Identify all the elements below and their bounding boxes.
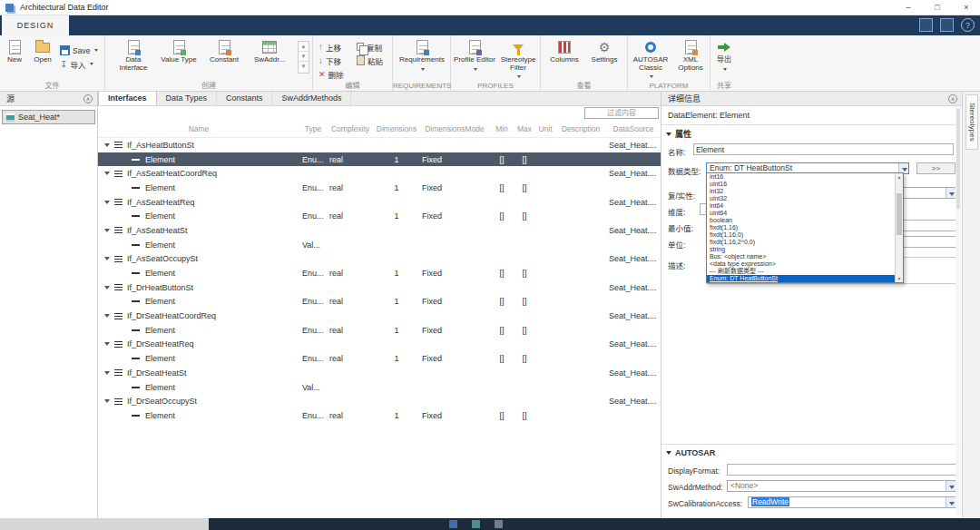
element-row[interactable]: ElementEnu...real1Fixed[][] — [98, 152, 661, 167]
copy-button[interactable]: 复制 — [357, 40, 391, 54]
expand-chevron-icon[interactable] — [104, 342, 110, 346]
delete-button[interactable]: ✕ 删除 — [318, 67, 353, 81]
tab-data-types[interactable]: Data Types — [157, 92, 217, 105]
scrollbar-thumb[interactable] — [956, 109, 960, 209]
element-row[interactable]: ElementVal... — [98, 380, 661, 395]
column-header-unit[interactable]: Unit — [535, 124, 555, 133]
combo-arrow-icon[interactable] — [946, 481, 956, 491]
new-button[interactable]: New — [2, 38, 27, 64]
taskbar-icon[interactable] — [449, 520, 457, 528]
interface-row[interactable]: If_AsSeatOccupyStSeat_Heat.... — [98, 252, 661, 267]
save-button[interactable]: Save — [60, 44, 103, 57]
help-icon[interactable]: ? — [961, 18, 975, 32]
datatype-option[interactable]: Enum: DT HeatButtonSt — [707, 275, 895, 282]
combo-arrow-icon[interactable] — [946, 188, 956, 198]
datatype-option[interactable]: int16 — [707, 173, 895, 181]
source-item-seat-heat[interactable]: Seat_Heat* — [2, 110, 95, 124]
gallery-up-icon[interactable]: ▲ — [299, 42, 309, 52]
element-row[interactable]: ElementEnu...real1Fixed[][] — [98, 209, 661, 223]
details-scrollbar[interactable] — [956, 107, 961, 515]
element-row[interactable]: ElementEnu...real1Fixed[][] — [98, 323, 661, 338]
expand-chevron-icon[interactable] — [104, 371, 110, 375]
column-header-name[interactable]: Name — [98, 124, 299, 133]
gallery-down-icon[interactable]: ▼ — [299, 52, 309, 62]
dropdown-scrollbar[interactable]: ▲ ▼ — [895, 173, 903, 282]
constant-button[interactable]: Constant — [203, 38, 245, 64]
move-up-button[interactable]: ↑ 上移 — [318, 40, 353, 54]
expand-chevron-icon[interactable] — [104, 399, 110, 403]
layout-icon[interactable] — [919, 18, 933, 32]
autosar-classic-button[interactable]: AUTOSAR Classic — [631, 38, 671, 81]
expand-chevron-icon[interactable] — [104, 229, 110, 232]
datatype-option[interactable]: fixdt(1,16) — [707, 224, 895, 231]
column-header-description[interactable]: Description — [555, 124, 606, 133]
close-button[interactable]: × — [953, 0, 980, 15]
data-interface-button[interactable]: Data Interface — [113, 38, 154, 72]
expand-chevron-icon[interactable] — [104, 172, 110, 175]
move-down-button[interactable]: ↓ 下移 — [318, 54, 353, 67]
interface-row[interactable]: If_DrSeatHeatStSeat_Heat.... — [98, 366, 661, 380]
scrollbar-thumb[interactable] — [897, 193, 902, 235]
datatype-more-button[interactable]: >> — [916, 162, 956, 174]
tab-stereotypes[interactable]: Stereotypes — [965, 94, 978, 150]
import-button[interactable]: ↧ 导入 — [60, 57, 103, 71]
columns-button[interactable]: Columns — [546, 38, 583, 64]
column-header-min[interactable]: Min — [490, 124, 514, 133]
swaddrmethod-combo[interactable]: <None> — [727, 480, 956, 492]
open-button[interactable]: Open — [29, 38, 56, 64]
datatype-option[interactable]: int64 — [707, 202, 895, 210]
element-row[interactable]: ElementEnu...real1Fixed[][] — [98, 408, 661, 423]
combo-arrow-icon[interactable] — [946, 497, 956, 507]
stereotype-filter-button[interactable]: Stereotype Filter — [497, 38, 539, 81]
element-row[interactable]: ElementEnu...real1Fixed[][] — [98, 295, 661, 309]
gallery-expand-icon[interactable]: ▼ — [299, 62, 309, 72]
tab-swaddrmethods[interactable]: SwAddrMethods — [272, 92, 351, 105]
column-header-dimensions[interactable]: Dimensions — [374, 124, 419, 133]
datatype-option[interactable]: uint32 — [707, 195, 895, 202]
datatype-option[interactable]: string — [707, 246, 895, 253]
tab-design[interactable]: DESIGN — [2, 15, 69, 35]
datatype-option[interactable]: int32 — [707, 188, 895, 195]
expand-chevron-icon[interactable] — [104, 286, 110, 290]
interface-row[interactable]: If_AsSeatHeatReqSeat_Heat.... — [98, 195, 661, 210]
xml-options-button[interactable]: XML Options — [672, 38, 709, 72]
collapse-panel-icon[interactable]: ∧ — [83, 94, 93, 103]
interface-row[interactable]: If_AsSeatHeatCoordReqSeat_Heat.... — [98, 166, 661, 181]
name-input[interactable] — [693, 143, 954, 155]
value-type-button[interactable]: Value Type — [158, 38, 200, 64]
autosar-section-header[interactable]: AUTOSAR — [666, 448, 715, 457]
display-format-input[interactable] — [727, 464, 956, 476]
collapse-panel-icon[interactable]: ∧ — [948, 94, 957, 103]
swcalibrationaccess-combo[interactable]: ReadWrite — [748, 496, 956, 508]
scroll-up-icon[interactable]: ▲ — [896, 173, 903, 181]
column-header-datasource[interactable]: DataSource — [606, 124, 661, 133]
element-row[interactable]: ElementEnu...real1Fixed[][] — [98, 266, 661, 280]
interface-row[interactable]: If_AsSeatHeatStSeat_Heat.... — [98, 223, 661, 238]
scroll-down-icon[interactable]: ▼ — [896, 275, 903, 282]
column-header-complexity[interactable]: Complexity — [327, 124, 374, 133]
column-header-max[interactable]: Max — [514, 124, 535, 133]
element-row[interactable]: ElementEnu...real1Fixed[][] — [98, 181, 661, 195]
panes-icon[interactable] — [940, 18, 954, 32]
interface-row[interactable]: If_DrHeatButtonStSeat_Heat.... — [98, 280, 661, 295]
datatype-option[interactable]: Bus: <object name> — [707, 253, 895, 260]
interface-row[interactable]: If_AsHeatButtonStSeat_Heat.... — [98, 138, 661, 152]
interface-row[interactable]: If_DrSeatHeatCoordReqSeat_Heat.... — [98, 309, 661, 323]
swaddr-button[interactable]: SwAddr... — [249, 38, 290, 64]
expand-chevron-icon[interactable] — [104, 201, 110, 204]
tab-interfaces[interactable]: Interfaces — [98, 92, 157, 105]
expand-chevron-icon[interactable] — [104, 143, 110, 147]
datatype-option[interactable]: uint64 — [707, 210, 895, 217]
element-row[interactable]: ElementEnu...real1Fixed[][] — [98, 351, 661, 366]
filter-input[interactable] — [584, 107, 659, 119]
datatype-option[interactable]: fixdt(1,16,2^0,0) — [707, 239, 895, 246]
paste-button[interactable]: 粘贴 — [357, 54, 391, 67]
datatype-option[interactable]: uint16 — [707, 181, 895, 188]
taskbar-icon[interactable] — [495, 520, 503, 528]
datatype-option[interactable]: <data type expression> — [707, 260, 895, 268]
gallery-scroll[interactable]: ▲ ▼ ▼ — [298, 41, 309, 74]
settings-button[interactable]: ⚙ Settings — [586, 38, 622, 64]
expand-chevron-icon[interactable] — [104, 314, 110, 318]
interface-row[interactable]: If_DrSeatOccupyStSeat_Heat.... — [98, 394, 661, 408]
export-button[interactable]: 导出 — [711, 38, 737, 74]
